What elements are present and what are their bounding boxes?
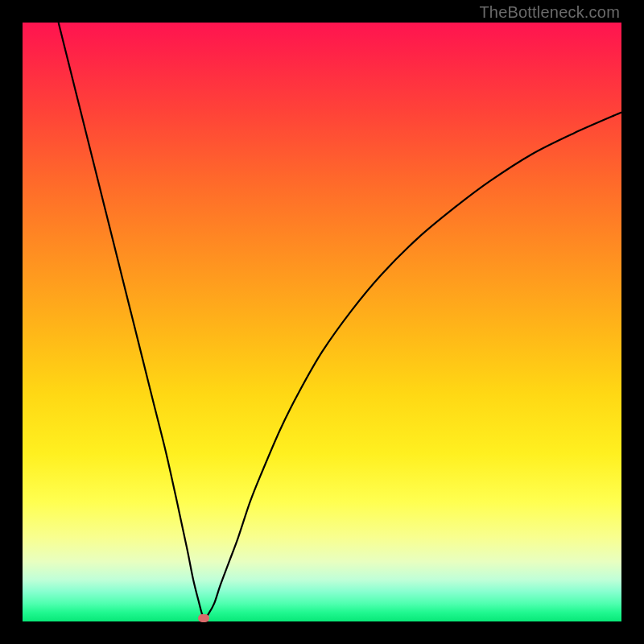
watermark-text: TheBottleneck.com [479, 3, 620, 22]
bottleneck-curve-path [59, 23, 621, 618]
bottleneck-chart: TheBottleneck.com [0, 0, 644, 644]
plot-area [23, 23, 621, 621]
curve-svg [23, 23, 621, 621]
minimum-marker [198, 614, 209, 622]
